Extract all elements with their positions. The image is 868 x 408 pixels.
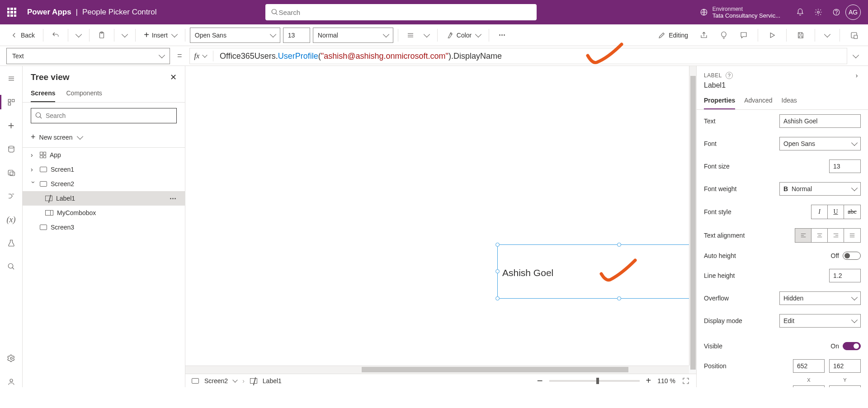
new-screen-button[interactable]: + New screen (23, 129, 185, 147)
tree-item-screen3[interactable]: Screen3 (23, 220, 185, 234)
tab-advanced[interactable]: Advanced (744, 94, 772, 109)
environment-icon (700, 8, 708, 16)
zoom-out-button[interactable]: − (537, 375, 543, 387)
font-family-dropdown[interactable]: Open Sans (190, 28, 280, 43)
rail-hamburger-icon[interactable] (6, 73, 17, 84)
notifications-button[interactable] (791, 3, 809, 21)
tab-properties[interactable]: Properties (704, 94, 735, 109)
strike-button[interactable]: abc (844, 205, 860, 219)
rail-tests-icon[interactable] (6, 238, 17, 249)
back-button[interactable]: Back (6, 28, 38, 42)
rail-flows-icon[interactable] (6, 191, 17, 202)
prop-align-buttons[interactable] (795, 228, 861, 243)
prop-lineheight-input[interactable]: 1.2 (829, 269, 861, 282)
paste-button[interactable] (94, 28, 109, 42)
align-justify-button[interactable] (844, 229, 860, 242)
rail-insert-icon[interactable]: + (6, 120, 17, 131)
tab-components[interactable]: Components (66, 86, 102, 102)
environment-picker[interactable]: Environment Tata Consultancy Servic... (712, 6, 780, 19)
more-button[interactable] (494, 30, 510, 40)
resize-handle[interactable] (617, 243, 621, 247)
rail-settings-icon[interactable] (6, 353, 17, 364)
list-format-button[interactable] (403, 28, 418, 42)
align-right-button[interactable] (828, 229, 844, 242)
underline-button[interactable]: U (828, 205, 844, 219)
prop-height-input[interactable]: 86 (829, 385, 861, 387)
paste-dropdown[interactable] (119, 31, 131, 39)
prop-text-input[interactable]: Ashish Goel (779, 114, 861, 128)
editing-mode-button[interactable]: Editing (654, 28, 692, 42)
tree-item-combobox[interactable]: MyCombobox (23, 206, 185, 220)
status-control[interactable]: Label1 (263, 377, 282, 385)
publish-button[interactable] (846, 28, 862, 42)
resize-handle[interactable] (495, 296, 500, 300)
prop-x-input[interactable]: 652 (793, 359, 825, 373)
tree-item-screen2[interactable]: › Screen2 (23, 177, 185, 191)
vertical-scrollbar[interactable] (689, 66, 696, 366)
tree-item-label1[interactable]: Label1 (23, 191, 185, 206)
save-button[interactable] (793, 28, 808, 42)
prop-fontweight-dropdown[interactable]: B Normal (779, 182, 861, 196)
rail-data-icon[interactable] (6, 144, 17, 155)
undo-dropdown[interactable] (73, 31, 85, 39)
insert-button[interactable]: + Insert (140, 27, 180, 43)
tree-search[interactable] (31, 108, 177, 123)
align-center-button[interactable] (811, 229, 828, 242)
checker-button[interactable] (716, 28, 731, 42)
settings-button[interactable] (809, 3, 827, 21)
waffle-icon[interactable] (7, 8, 16, 17)
prop-overflow-dropdown[interactable]: Hidden (779, 291, 861, 305)
tree-item-app[interactable]: › App (23, 148, 185, 162)
font-size-input[interactable]: 13 (283, 28, 310, 43)
status-screen[interactable]: Screen2 (204, 377, 228, 385)
list-dropdown[interactable] (421, 31, 433, 39)
close-tree-button[interactable]: ✕ (170, 72, 177, 82)
rail-media-icon[interactable] (6, 167, 17, 178)
search-input[interactable] (279, 9, 532, 16)
rail-variables-icon[interactable]: (x) (6, 214, 17, 225)
global-search[interactable] (265, 4, 537, 20)
italic-button[interactable]: I (811, 205, 828, 219)
prop-width-input[interactable]: 384 (793, 385, 825, 387)
comments-button[interactable] (736, 28, 751, 42)
prop-fontsize-input[interactable]: 13 (829, 159, 861, 173)
resize-handle[interactable] (617, 296, 621, 300)
zoom-in-button[interactable]: + (646, 375, 651, 386)
tab-screens[interactable]: Screens (31, 86, 55, 102)
rail-search-icon[interactable] (6, 261, 17, 272)
tree-item-screen1[interactable]: › Screen1 (23, 162, 185, 177)
zoom-slider[interactable] (549, 380, 640, 382)
undo-button[interactable] (48, 28, 63, 42)
prop-fontstyle-buttons[interactable]: I U abc (811, 205, 861, 219)
color-button[interactable]: Color (442, 28, 484, 42)
align-left-button[interactable] (795, 229, 811, 242)
visible-toggle[interactable] (843, 342, 861, 350)
user-avatar[interactable]: AG (845, 5, 861, 20)
font-weight-dropdown[interactable]: Normal (313, 28, 393, 43)
property-selector[interactable]: Text (6, 48, 170, 64)
help-button[interactable] (827, 3, 845, 21)
resize-handle[interactable] (495, 243, 500, 247)
item-more-button[interactable] (168, 196, 178, 201)
rail-tree-view-icon[interactable] (6, 97, 17, 108)
expand-formula-button[interactable] (850, 52, 862, 60)
resize-handle[interactable] (495, 269, 500, 273)
rail-virtual-agent-icon[interactable] (6, 376, 17, 387)
horizontal-scrollbar[interactable] (185, 366, 689, 374)
tab-ideas[interactable]: Ideas (782, 94, 797, 109)
formula-input[interactable]: fx Office365Users.UserProfile("ashish@as… (189, 48, 847, 64)
prop-displaymode-dropdown[interactable]: Edit (779, 314, 861, 328)
tree-search-input[interactable] (46, 112, 173, 119)
play-button[interactable] (764, 28, 780, 42)
prop-font-dropdown[interactable]: Open Sans (779, 137, 861, 150)
share-button[interactable] (696, 28, 712, 42)
selected-control[interactable]: Ashish Goel (497, 244, 696, 299)
design-surface[interactable]: Ashish Goel (185, 66, 689, 366)
prop-y-input[interactable]: 162 (829, 359, 861, 373)
label-icon (250, 378, 257, 384)
expand-properties-button[interactable]: › (853, 71, 861, 80)
save-dropdown[interactable] (821, 31, 833, 39)
fit-screen-button[interactable] (682, 377, 690, 385)
help-icon[interactable]: ? (726, 72, 733, 79)
auto-height-toggle[interactable] (843, 252, 861, 260)
